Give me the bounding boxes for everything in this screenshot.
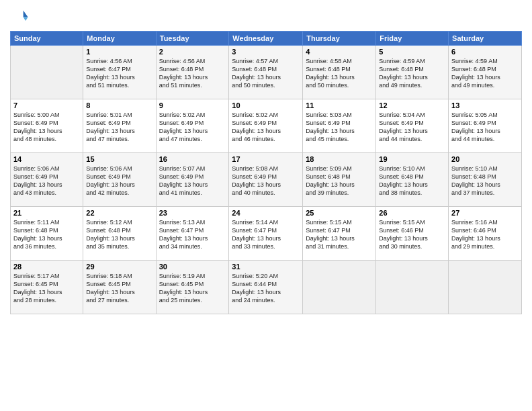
cell-content: Sunrise: 4:58 AM Sunset: 6:48 PM Dayligh… <box>306 57 373 90</box>
column-headers: SundayMondayTuesdayWednesdayThursdayFrid… <box>11 32 522 46</box>
cell-content: Sunrise: 4:59 AM Sunset: 6:48 PM Dayligh… <box>379 57 445 90</box>
col-header-sunday: Sunday <box>11 32 83 46</box>
day-number: 11 <box>306 101 373 109</box>
day-number: 2 <box>159 48 226 56</box>
calendar-cell: 30Sunrise: 5:19 AM Sunset: 6:45 PM Dayli… <box>156 261 229 314</box>
cell-content: Sunrise: 5:11 AM Sunset: 6:48 PM Dayligh… <box>13 218 80 251</box>
day-number: 10 <box>232 101 300 109</box>
day-number: 14 <box>13 155 80 163</box>
day-number: 20 <box>451 155 519 163</box>
calendar-cell <box>11 46 83 99</box>
day-number: 22 <box>86 209 152 217</box>
cell-content: Sunrise: 5:03 AM Sunset: 6:49 PM Dayligh… <box>306 111 373 144</box>
day-number: 12 <box>379 101 445 109</box>
cell-content: Sunrise: 5:15 AM Sunset: 6:47 PM Dayligh… <box>306 218 373 251</box>
cell-content: Sunrise: 4:59 AM Sunset: 6:48 PM Dayligh… <box>451 57 519 90</box>
day-number: 15 <box>86 155 152 163</box>
calendar-cell: 3Sunrise: 4:57 AM Sunset: 6:48 PM Daylig… <box>229 46 303 99</box>
cell-content: Sunrise: 5:07 AM Sunset: 6:49 PM Dayligh… <box>159 165 226 197</box>
cell-content: Sunrise: 5:09 AM Sunset: 6:48 PM Dayligh… <box>306 165 373 197</box>
cell-content: Sunrise: 4:57 AM Sunset: 6:48 PM Dayligh… <box>232 57 300 90</box>
day-number: 24 <box>232 209 300 217</box>
calendar-cell: 27Sunrise: 5:16 AM Sunset: 6:46 PM Dayli… <box>449 207 522 261</box>
calendar-cell: 9Sunrise: 5:02 AM Sunset: 6:49 PM Daylig… <box>156 99 229 153</box>
cell-content: Sunrise: 5:12 AM Sunset: 6:48 PM Dayligh… <box>86 218 152 251</box>
cell-content: Sunrise: 4:56 AM Sunset: 6:48 PM Dayligh… <box>159 57 226 90</box>
calendar-cell: 26Sunrise: 5:15 AM Sunset: 6:46 PM Dayli… <box>376 207 449 261</box>
day-number: 30 <box>159 263 226 271</box>
day-number: 8 <box>86 101 152 109</box>
col-header-wednesday: Wednesday <box>229 32 303 46</box>
svg-marker-0 <box>24 11 28 17</box>
cell-content: Sunrise: 5:20 AM Sunset: 6:44 PM Dayligh… <box>232 272 300 305</box>
cell-content: Sunrise: 5:10 AM Sunset: 6:48 PM Dayligh… <box>451 165 519 197</box>
day-number: 19 <box>379 155 445 163</box>
calendar-cell: 19Sunrise: 5:10 AM Sunset: 6:48 PM Dayli… <box>376 153 449 207</box>
calendar-cell: 23Sunrise: 5:13 AM Sunset: 6:47 PM Dayli… <box>156 207 229 261</box>
day-number: 31 <box>232 263 300 271</box>
calendar-cell: 16Sunrise: 5:07 AM Sunset: 6:49 PM Dayli… <box>156 153 229 207</box>
header <box>10 7 522 26</box>
day-number: 29 <box>86 263 152 271</box>
calendar-cell: 15Sunrise: 5:06 AM Sunset: 6:49 PM Dayli… <box>83 153 156 207</box>
calendar-cell: 31Sunrise: 5:20 AM Sunset: 6:44 PM Dayli… <box>229 261 303 314</box>
cell-content: Sunrise: 5:06 AM Sunset: 6:49 PM Dayligh… <box>86 165 152 197</box>
calendar-cell: 14Sunrise: 5:06 AM Sunset: 6:49 PM Dayli… <box>11 153 83 207</box>
col-header-thursday: Thursday <box>303 32 376 46</box>
day-number: 9 <box>159 101 226 109</box>
col-header-monday: Monday <box>83 32 156 46</box>
calendar-cell: 8Sunrise: 5:01 AM Sunset: 6:49 PM Daylig… <box>83 99 156 153</box>
calendar-cell: 22Sunrise: 5:12 AM Sunset: 6:48 PM Dayli… <box>83 207 156 261</box>
calendar-cell: 11Sunrise: 5:03 AM Sunset: 6:49 PM Dayli… <box>303 99 376 153</box>
day-number: 3 <box>232 48 300 56</box>
week-row-1: 1Sunrise: 4:56 AM Sunset: 6:47 PM Daylig… <box>11 46 522 99</box>
day-number: 21 <box>13 209 80 217</box>
calendar-cell: 18Sunrise: 5:09 AM Sunset: 6:48 PM Dayli… <box>303 153 376 207</box>
cell-content: Sunrise: 5:10 AM Sunset: 6:48 PM Dayligh… <box>379 165 445 197</box>
day-number: 25 <box>306 209 373 217</box>
cell-content: Sunrise: 5:05 AM Sunset: 6:49 PM Dayligh… <box>451 111 519 144</box>
calendar-cell: 21Sunrise: 5:11 AM Sunset: 6:48 PM Dayli… <box>11 207 83 261</box>
day-number: 17 <box>232 155 300 163</box>
day-number: 1 <box>86 48 152 56</box>
calendar-cell: 28Sunrise: 5:17 AM Sunset: 6:45 PM Dayli… <box>11 261 83 314</box>
calendar-cell: 17Sunrise: 5:08 AM Sunset: 6:49 PM Dayli… <box>229 153 303 207</box>
week-row-2: 7Sunrise: 5:00 AM Sunset: 6:49 PM Daylig… <box>11 99 522 153</box>
calendar-cell <box>376 261 449 314</box>
cell-content: Sunrise: 4:56 AM Sunset: 6:47 PM Dayligh… <box>86 57 152 90</box>
calendar-cell: 1Sunrise: 4:56 AM Sunset: 6:47 PM Daylig… <box>83 46 156 99</box>
calendar-cell <box>449 261 522 314</box>
page: SundayMondayTuesdayWednesdayThursdayFrid… <box>0 0 532 411</box>
calendar-cell: 6Sunrise: 4:59 AM Sunset: 6:48 PM Daylig… <box>449 46 522 99</box>
day-number: 27 <box>451 209 519 217</box>
logo-icon <box>10 7 29 26</box>
calendar-cell: 13Sunrise: 5:05 AM Sunset: 6:49 PM Dayli… <box>449 99 522 153</box>
day-number: 6 <box>451 48 519 56</box>
day-number: 5 <box>379 48 445 56</box>
cell-content: Sunrise: 5:02 AM Sunset: 6:49 PM Dayligh… <box>232 111 300 144</box>
cell-content: Sunrise: 5:15 AM Sunset: 6:46 PM Dayligh… <box>379 218 445 251</box>
calendar-cell: 29Sunrise: 5:18 AM Sunset: 6:45 PM Dayli… <box>83 261 156 314</box>
day-number: 28 <box>13 263 80 271</box>
calendar-table: SundayMondayTuesdayWednesdayThursdayFrid… <box>10 31 522 314</box>
day-number: 7 <box>13 101 80 109</box>
day-number: 26 <box>379 209 445 217</box>
logo <box>10 7 30 26</box>
cell-content: Sunrise: 5:04 AM Sunset: 6:49 PM Dayligh… <box>379 111 445 144</box>
cell-content: Sunrise: 5:17 AM Sunset: 6:45 PM Dayligh… <box>13 272 80 305</box>
calendar-cell: 5Sunrise: 4:59 AM Sunset: 6:48 PM Daylig… <box>376 46 449 99</box>
calendar-cell: 10Sunrise: 5:02 AM Sunset: 6:49 PM Dayli… <box>229 99 303 153</box>
calendar-cell: 24Sunrise: 5:14 AM Sunset: 6:47 PM Dayli… <box>229 207 303 261</box>
cell-content: Sunrise: 5:02 AM Sunset: 6:49 PM Dayligh… <box>159 111 226 144</box>
cell-content: Sunrise: 5:13 AM Sunset: 6:47 PM Dayligh… <box>159 218 226 251</box>
cell-content: Sunrise: 5:01 AM Sunset: 6:49 PM Dayligh… <box>86 111 152 144</box>
calendar-cell: 12Sunrise: 5:04 AM Sunset: 6:49 PM Dayli… <box>376 99 449 153</box>
calendar-cell <box>303 261 376 314</box>
calendar-cell: 20Sunrise: 5:10 AM Sunset: 6:48 PM Dayli… <box>449 153 522 207</box>
week-row-3: 14Sunrise: 5:06 AM Sunset: 6:49 PM Dayli… <box>11 153 522 207</box>
cell-content: Sunrise: 5:19 AM Sunset: 6:45 PM Dayligh… <box>159 272 226 305</box>
cell-content: Sunrise: 5:08 AM Sunset: 6:49 PM Dayligh… <box>232 165 300 197</box>
svg-marker-1 <box>24 17 28 21</box>
day-number: 23 <box>159 209 226 217</box>
col-header-saturday: Saturday <box>449 32 522 46</box>
